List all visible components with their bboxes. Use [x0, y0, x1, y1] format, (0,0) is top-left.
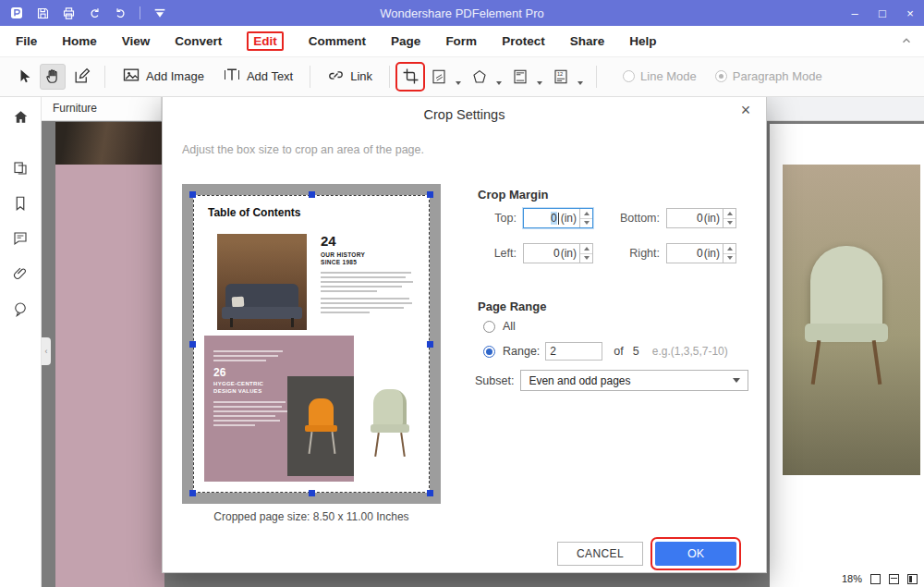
left-margin-label: Left: [478, 247, 517, 260]
right-margin-spinner [723, 244, 736, 263]
maximize-button[interactable]: □ [869, 0, 896, 26]
page-range-range-option[interactable]: Range: of 5 e.g.(1,3,5,7-10) [483, 342, 728, 361]
cropped-page-size-caption: Cropped page size: 8.50 x 11.00 Inches [182, 510, 441, 523]
crop-handle-top-middle[interactable] [309, 191, 315, 198]
add-image-button[interactable]: Add Image [113, 66, 213, 87]
ok-button[interactable]: OK [655, 542, 736, 566]
paragraph-mode-radio-circle [715, 70, 727, 82]
menubar: File Home View Convert Edit Comment Page… [0, 26, 924, 57]
menu-item-file[interactable]: File [16, 34, 37, 48]
attachments-icon[interactable] [9, 263, 31, 285]
dropdown-arrow-icon[interactable] [456, 81, 461, 85]
cancel-button[interactable]: CANCEL [557, 542, 643, 566]
menu-item-protect[interactable]: Protect [502, 34, 545, 48]
save-icon[interactable] [33, 4, 52, 22]
minimize-button[interactable]: – [841, 0, 869, 26]
edit-toolbar: Add Image Add Text Link [0, 56, 924, 97]
menu-item-edit[interactable]: Edit [247, 31, 284, 51]
page-layout-icon[interactable] [907, 574, 918, 584]
sofa-photo [217, 234, 307, 330]
document-tab-furniture[interactable]: Furniture [42, 96, 162, 120]
crop-preview-area: Table of Contents 24 OUR HISTORY SINCE 1… [182, 184, 441, 504]
background-tool-icon[interactable] [467, 64, 492, 90]
subset-select[interactable]: Even and odd pages [520, 370, 748, 391]
placeholder-text-lines [213, 350, 289, 361]
menu-item-home[interactable]: Home [62, 34, 97, 48]
top-margin-value: 0 [551, 212, 557, 225]
menu-item-share[interactable]: Share [570, 34, 605, 48]
bottom-margin-input[interactable]: 0(in) [666, 208, 736, 228]
dialog-close-icon[interactable]: × [736, 102, 755, 120]
close-button[interactable]: × [896, 0, 924, 26]
menu-item-convert[interactable]: Convert [175, 34, 222, 48]
dropdown-arrow-icon[interactable] [537, 81, 542, 85]
undo-icon[interactable] [85, 4, 103, 22]
section-number: 26 [213, 367, 289, 379]
pdf-page-right[interactable] [770, 124, 924, 587]
bates-numbering-tool-icon[interactable]: 12 [548, 64, 574, 90]
toolbar-divider [596, 66, 597, 88]
search-chat-icon[interactable] [9, 298, 31, 320]
page-thumbnails-icon[interactable] [9, 157, 31, 179]
menu-item-form[interactable]: Form [445, 34, 477, 48]
pdf-page-left[interactable] [55, 122, 164, 587]
collapse-ribbon-chevron-icon[interactable] [900, 34, 913, 50]
paragraph-mode-radio[interactable]: Paragraph Mode [715, 69, 822, 83]
menu-item-comment[interactable]: Comment [309, 34, 366, 48]
add-text-button[interactable]: Add Text [213, 66, 302, 87]
spin-down-button[interactable] [580, 254, 592, 263]
select-tool-icon[interactable] [11, 64, 37, 90]
range-value-input[interactable] [545, 342, 602, 361]
zoom-level: 18% [842, 573, 862, 584]
crop-handle-middle-left[interactable] [189, 341, 196, 348]
dropdown-arrow-icon[interactable] [578, 81, 583, 85]
range-label: Range: [503, 345, 540, 358]
left-margin-input[interactable]: 0(in) [523, 243, 593, 263]
home-icon[interactable] [9, 105, 31, 128]
crop-handle-middle-right[interactable] [427, 341, 433, 348]
link-button[interactable]: Link [318, 67, 382, 87]
menu-item-view[interactable]: View [122, 34, 151, 48]
customize-toolbar-dropdown-icon[interactable] [151, 4, 169, 22]
spin-up-button[interactable] [580, 244, 592, 254]
redo-icon[interactable] [111, 4, 129, 22]
crop-handle-bottom-middle[interactable] [309, 490, 315, 496]
top-margin-input[interactable]: 0(in) [523, 208, 593, 228]
orange-chair-photo [287, 376, 354, 476]
spin-up-button[interactable] [580, 209, 592, 219]
crop-tool-icon[interactable] [397, 64, 423, 90]
chevron-down-icon [733, 378, 740, 383]
spin-down-button[interactable] [580, 219, 592, 228]
crop-handle-top-left[interactable] [189, 191, 196, 198]
spin-up-button[interactable] [723, 244, 736, 254]
crop-handle-bottom-right[interactable] [427, 490, 433, 496]
section-title-line: OUR HISTORY [321, 251, 415, 259]
bottom-margin-value: 0 [697, 212, 703, 225]
watermark-tool-icon[interactable] [426, 64, 452, 90]
bookmarks-icon[interactable] [9, 192, 31, 214]
crop-handle-bottom-left[interactable] [189, 490, 196, 496]
section-title-line: DESIGN VALUES [213, 388, 289, 396]
menu-item-page[interactable]: Page [391, 34, 420, 48]
comments-icon[interactable] [9, 227, 31, 250]
panel-collapse-handle[interactable]: ‹ [42, 337, 51, 365]
print-icon[interactable] [59, 4, 78, 22]
spin-up-button[interactable] [723, 209, 736, 219]
spin-down-button[interactable] [723, 219, 736, 228]
crop-handle-top-right[interactable] [427, 191, 433, 198]
page-range-all-option[interactable]: All [483, 320, 516, 333]
subset-selected-value: Even and odd pages [529, 374, 630, 387]
app-window: Wondershare PDFelement Pro – □ × File Ho… [0, 0, 924, 587]
hand-tool-icon[interactable] [40, 64, 66, 90]
spin-down-button[interactable] [723, 254, 736, 263]
dropdown-arrow-icon[interactable] [496, 81, 502, 85]
right-margin-input[interactable]: 0(in) [666, 243, 736, 263]
green-chair-photo [365, 380, 417, 472]
menu-item-help[interactable]: Help [629, 34, 656, 48]
edit-object-tool-icon[interactable] [68, 64, 94, 90]
fit-width-icon[interactable] [870, 574, 881, 584]
fit-page-icon[interactable] [889, 574, 899, 584]
section-title-line: HYGGE-CENTRIC [213, 381, 289, 388]
line-mode-radio[interactable]: Line Mode [623, 69, 697, 83]
header-footer-tool-icon[interactable] [507, 64, 533, 90]
